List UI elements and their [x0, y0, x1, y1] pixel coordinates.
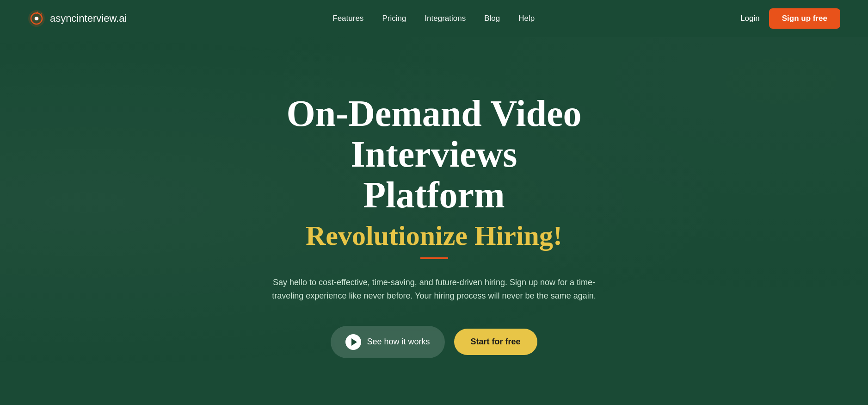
hero-title: On-Demand Video Interviews Platform — [226, 93, 642, 215]
play-icon — [345, 334, 361, 350]
header-actions: Login Sign up free — [740, 8, 840, 29]
nav-pricing[interactable]: Pricing — [382, 14, 406, 23]
start-free-button[interactable]: Start for free — [454, 329, 537, 355]
hero-subtitle: Revolutionize Hiring! — [306, 220, 562, 252]
signup-button[interactable]: Sign up free — [769, 8, 840, 29]
logo-icon — [28, 10, 45, 27]
header: asyncinterview.ai Features Pricing Integ… — [0, 0, 868, 37]
main-nav: Features Pricing Integrations Blog Help — [332, 14, 535, 23]
see-how-label: See how it works — [367, 337, 430, 347]
svg-point-2 — [35, 17, 38, 20]
see-how-button[interactable]: See how it works — [331, 326, 444, 358]
login-link[interactable]: Login — [740, 14, 760, 23]
logo-text: asyncinterview.ai — [50, 12, 127, 25]
hero-section: On-Demand Video Interviews Platform Revo… — [0, 37, 868, 405]
hero-buttons: See how it works Start for free — [331, 326, 537, 358]
nav-blog[interactable]: Blog — [484, 14, 500, 23]
nav-help[interactable]: Help — [518, 14, 535, 23]
hero-description: Say hello to cost-effective, time-saving… — [259, 276, 610, 303]
logo[interactable]: asyncinterview.ai — [28, 10, 127, 27]
nav-features[interactable]: Features — [332, 14, 363, 23]
nav-integrations[interactable]: Integrations — [425, 14, 466, 23]
hero-divider — [420, 257, 448, 259]
